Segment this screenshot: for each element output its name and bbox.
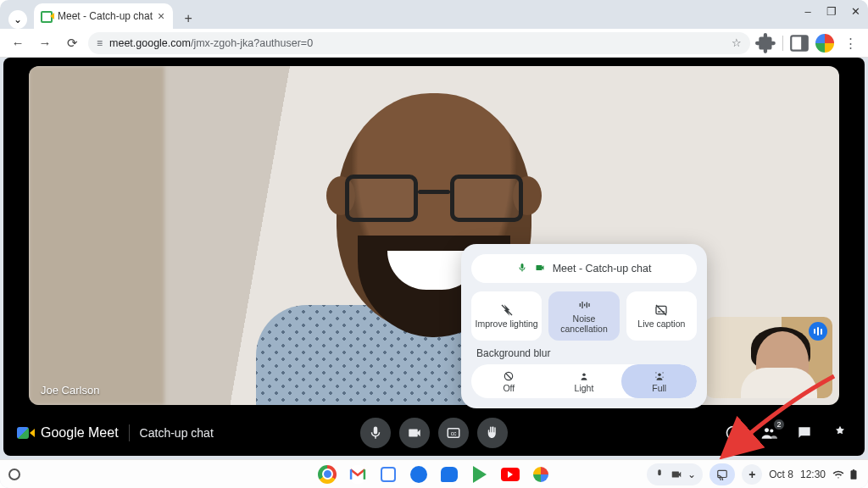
new-tab-button[interactable]: + xyxy=(178,8,198,29)
gmail-app-icon[interactable] xyxy=(348,465,367,484)
svg-rect-5 xyxy=(584,304,585,307)
background-blur-label: Background blur xyxy=(476,347,697,359)
shelf-date: Oct 8 xyxy=(769,469,793,480)
minimize-button[interactable]: – xyxy=(802,5,814,17)
launcher-button[interactable] xyxy=(8,469,20,480)
shelf-cast-button[interactable] xyxy=(709,463,735,485)
browser-tab[interactable]: Meet - Catch-up chat × xyxy=(34,3,173,29)
blur-light-button[interactable]: Light xyxy=(547,364,622,398)
battery-icon xyxy=(848,469,860,480)
svg-rect-9 xyxy=(658,311,660,312)
meeting-details-button[interactable] xyxy=(722,422,744,444)
svg-point-17 xyxy=(662,372,663,373)
youtube-app-icon[interactable] xyxy=(501,465,520,484)
mic-icon xyxy=(654,469,665,480)
meet-bottom-bar: Google Meet Catch-up chat cc xyxy=(3,410,865,456)
meet-logo: Google Meet xyxy=(17,425,119,441)
svg-line-2 xyxy=(502,305,512,315)
raise-hand-button[interactable] xyxy=(477,418,508,448)
shelf-media-controls[interactable]: ⌄ xyxy=(647,463,703,485)
svg-point-18 xyxy=(655,376,656,377)
shelf-apps xyxy=(318,465,550,484)
meet-app: Joe Carlson Meet - Catch-up chat xyxy=(3,58,865,456)
video-settings-popup: Meet - Catch-up chat Improve lighting No… xyxy=(461,244,707,408)
close-tab-button[interactable]: × xyxy=(158,9,164,23)
chrome-window: ⌄ Meet - Catch-up chat × + – ❐ ✕ ← → ⟳ ≡… xyxy=(0,0,868,488)
tab-title: Meet - Catch-up chat xyxy=(58,10,153,22)
svg-point-16 xyxy=(655,372,656,373)
maximize-button[interactable]: ❐ xyxy=(826,5,837,17)
svg-rect-30 xyxy=(851,470,857,480)
people-button[interactable]: 2 xyxy=(758,422,780,444)
right-controls: 2 xyxy=(722,422,851,444)
svg-rect-28 xyxy=(364,469,366,480)
chrome-menu-button[interactable]: ⋮ xyxy=(839,32,861,54)
play-store-app-icon[interactable] xyxy=(470,465,489,484)
chat-button[interactable] xyxy=(793,422,815,444)
svg-rect-31 xyxy=(853,469,854,471)
side-panel-button[interactable] xyxy=(788,32,810,54)
speaking-indicator-icon xyxy=(809,322,827,341)
svg-text:cc: cc xyxy=(451,430,457,436)
cast-icon xyxy=(716,469,728,480)
wifi-icon xyxy=(832,469,844,480)
site-info-icon[interactable]: ≡ xyxy=(97,37,103,49)
forward-button[interactable]: → xyxy=(34,32,56,54)
svg-rect-27 xyxy=(350,469,353,480)
improve-lighting-button[interactable]: Improve lighting xyxy=(471,291,542,341)
tab-search-button[interactable]: ⌄ xyxy=(8,10,27,29)
self-view-tile[interactable] xyxy=(705,317,832,398)
status-tray[interactable] xyxy=(832,469,860,480)
call-controls: cc xyxy=(360,418,508,448)
mic-toggle-button[interactable] xyxy=(360,418,391,448)
svg-point-15 xyxy=(658,373,661,376)
blur-off-button[interactable]: Off xyxy=(471,364,547,398)
meet-logo-icon xyxy=(17,426,34,440)
photos-app-icon[interactable] xyxy=(531,465,550,484)
tab-strip: ⌄ Meet - Catch-up chat × + xyxy=(0,0,868,29)
bookmark-star-icon[interactable]: ☆ xyxy=(732,36,742,49)
blur-full-button[interactable]: Full xyxy=(621,364,697,398)
url-path: /jmx-zgoh-jka?authuser=0 xyxy=(191,37,313,49)
svg-point-25 xyxy=(765,428,769,432)
svg-point-19 xyxy=(662,376,663,377)
svg-rect-24 xyxy=(732,429,734,430)
background-blur-segmented: Off Light Full xyxy=(471,364,697,398)
calendar-app-icon[interactable] xyxy=(379,465,398,484)
files-app-icon[interactable] xyxy=(409,465,428,484)
svg-rect-23 xyxy=(732,431,734,436)
close-window-button[interactable]: ✕ xyxy=(849,5,861,17)
svg-point-26 xyxy=(770,429,773,432)
meet-favicon-icon xyxy=(41,10,53,22)
meeting-name: Catch-up chat xyxy=(140,426,214,440)
people-count-badge: 2 xyxy=(773,419,785,430)
svg-rect-4 xyxy=(581,302,582,308)
svg-line-13 xyxy=(506,373,512,379)
messages-app-icon[interactable] xyxy=(440,465,459,484)
chevron-down-icon: ⌄ xyxy=(687,469,696,480)
chrome-app-icon[interactable] xyxy=(318,465,337,484)
svg-rect-3 xyxy=(580,303,581,307)
profile-button[interactable] xyxy=(814,32,836,54)
shelf-time: 12:30 xyxy=(800,469,826,480)
activities-button[interactable] xyxy=(829,422,851,444)
mic-active-icon xyxy=(517,263,527,275)
product-name: Google Meet xyxy=(41,425,119,441)
camera-active-icon xyxy=(534,263,546,275)
noise-cancellation-button[interactable]: Noise cancellation xyxy=(548,291,619,341)
back-button[interactable]: ← xyxy=(7,32,29,54)
shelf-add-button[interactable]: + xyxy=(742,464,762,485)
popup-header: Meet - Catch-up chat xyxy=(471,254,697,283)
camera-toggle-button[interactable] xyxy=(399,418,430,448)
browser-toolbar: ← → ⟳ ≡ meet.google.com/jmx-zgoh-jka?aut… xyxy=(0,29,868,58)
address-bar[interactable]: ≡ meet.google.com/jmx-zgoh-jka?authuser=… xyxy=(88,32,750,54)
camera-icon xyxy=(670,469,682,480)
chromeos-shelf: ⌄ + Oct 8 12:30 xyxy=(0,459,868,488)
captions-button[interactable]: cc xyxy=(438,418,469,448)
extensions-button[interactable] xyxy=(755,32,777,54)
live-caption-button[interactable]: Live caption xyxy=(626,291,697,341)
reload-button[interactable]: ⟳ xyxy=(61,32,83,54)
popup-title: Meet - Catch-up chat xyxy=(553,263,652,274)
svg-rect-7 xyxy=(588,303,589,307)
svg-rect-6 xyxy=(587,302,587,308)
